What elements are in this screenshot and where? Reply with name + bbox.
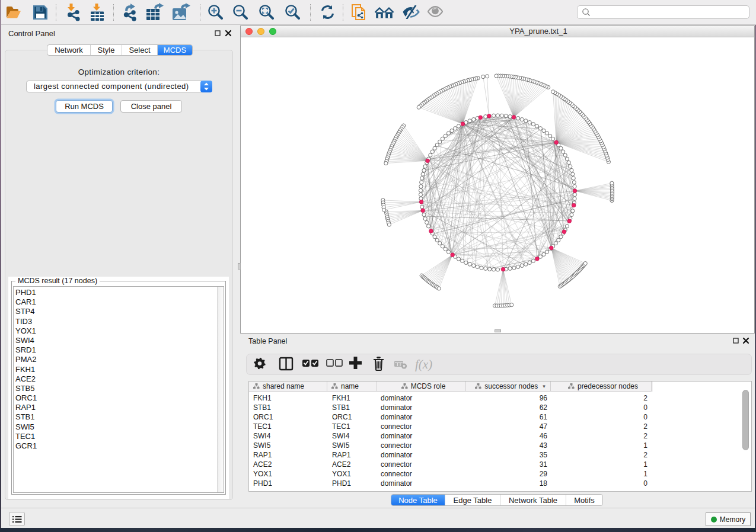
svg-text:f(x): f(x) [415, 357, 432, 371]
